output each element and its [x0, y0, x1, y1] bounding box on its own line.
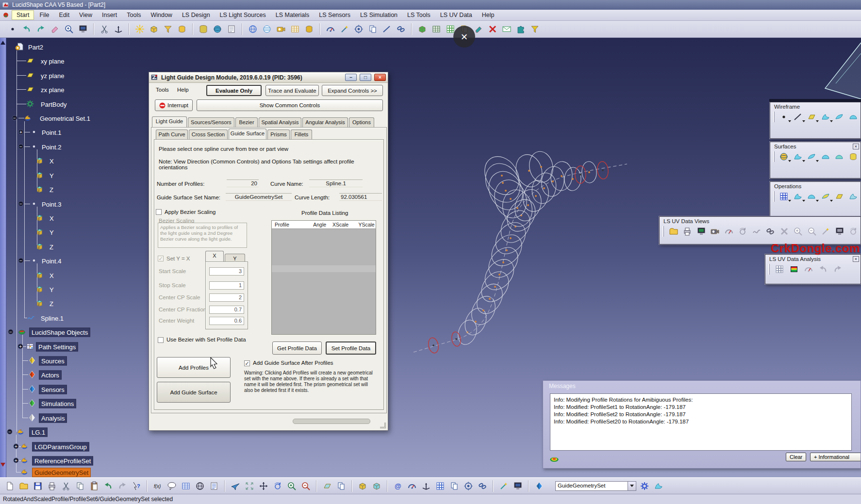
wand-icon[interactable] [339, 23, 350, 35]
menu-ls-tools[interactable]: LS Tools [403, 11, 435, 19]
chevron-down-icon[interactable] [802, 160, 805, 162]
expand-icon[interactable]: + [14, 458, 19, 463]
tree-item-actors[interactable]: Actors [39, 371, 62, 380]
dialog-maximize-button[interactable]: □ [360, 74, 371, 81]
shade-cube-icon[interactable] [357, 480, 368, 492]
candela-view-icon[interactable] [724, 226, 734, 237]
new-document-icon[interactable] [4, 480, 16, 492]
rotate-icon[interactable] [272, 480, 283, 492]
tab-spatial-analysis[interactable]: Spatial Analysis [259, 117, 301, 127]
diamond-tree-icon[interactable] [28, 370, 36, 379]
tab-light-guide[interactable]: Light Guide [152, 116, 187, 127]
toolbar-grip[interactable] [773, 191, 775, 202]
table-icon[interactable] [180, 480, 192, 492]
tab-options[interactable]: Options [349, 117, 374, 127]
pan-icon[interactable] [258, 480, 269, 492]
lucid-tree-icon[interactable] [17, 327, 26, 336]
redo-icon[interactable] [116, 480, 128, 492]
dialog-minimize-button[interactable]: – [345, 74, 357, 81]
swirl-tree-icon[interactable] [20, 442, 29, 451]
swirl-tree-icon[interactable] [20, 468, 29, 476]
tree-item-x[interactable]: X [48, 214, 56, 223]
zoom-in-icon[interactable] [286, 480, 298, 492]
collapse-icon[interactable]: − [18, 201, 24, 207]
swirl-tree-icon[interactable] [20, 456, 29, 465]
start-menu-icon[interactable] [2, 11, 10, 19]
menu-tools[interactable]: Tools [122, 11, 145, 19]
tree-item-point-2[interactable]: Point.2 [40, 143, 63, 151]
menu-insert[interactable]: Insert [98, 11, 121, 19]
clear-button[interactable]: Clear [786, 453, 806, 461]
green-cube-icon[interactable] [416, 23, 428, 35]
red-cross-icon[interactable] [487, 23, 498, 35]
xyz-tree-icon[interactable] [35, 271, 44, 279]
polar-view-icon[interactable] [737, 226, 748, 237]
menu-edit[interactable]: Edit [55, 11, 74, 19]
menu-ls-simulation[interactable]: LS Simulation [356, 11, 402, 19]
menu-view[interactable]: View [75, 11, 97, 19]
grab-xy-icon[interactable] [832, 263, 844, 275]
zoom-out-icon[interactable] [300, 480, 312, 492]
frames-icon[interactable] [367, 23, 379, 35]
print-view-icon[interactable] [682, 226, 693, 237]
dotpt-tree-icon[interactable] [30, 199, 38, 208]
overlay-close-button[interactable]: × [453, 26, 475, 48]
wire-cube-icon[interactable] [371, 480, 382, 492]
interrupt-button[interactable]: Interrupt [155, 99, 193, 111]
tab-path-curve[interactable]: Path Curve [156, 130, 188, 139]
resize-grip[interactable] [380, 423, 386, 428]
chevron-down-icon[interactable] [816, 120, 819, 122]
zoom-window-icon[interactable] [63, 23, 75, 35]
fly-mode-icon[interactable] [230, 480, 241, 492]
plane-icon[interactable] [806, 111, 817, 123]
merge-view-icon[interactable] [765, 226, 776, 237]
toolbar-grip[interactable] [773, 151, 775, 162]
filter-funnel-icon[interactable] [529, 23, 541, 35]
geometry-set-combobox[interactable]: GuideGeometrySet [555, 481, 636, 491]
tree-item-yz-plane[interactable]: yz plane [39, 72, 66, 80]
knowledge-icon[interactable] [533, 480, 545, 492]
set-profile-data-button[interactable]: Set Profile Data [326, 341, 376, 355]
surface-icon[interactable] [653, 480, 664, 492]
extrude-surface-icon[interactable] [820, 111, 831, 123]
tree-item-simulations[interactable]: Simulations [39, 399, 76, 408]
swirl-tree-icon[interactable] [24, 114, 33, 122]
tree-item-sources[interactable]: Sources [39, 357, 67, 366]
scale-input-0[interactable]: 3 [209, 267, 244, 276]
links-icon[interactable] [208, 480, 220, 492]
point-icon[interactable] [778, 111, 790, 123]
dotpt-tree-icon[interactable] [30, 256, 38, 265]
xyz-tree-icon[interactable] [35, 285, 44, 293]
tree-item-x[interactable]: X [48, 272, 56, 280]
list-header-angle[interactable]: Angle [310, 222, 330, 228]
copy-icon[interactable] [74, 480, 86, 492]
toolbar-grip[interactable] [773, 112, 775, 122]
gear-icon[interactable] [639, 480, 650, 492]
material-sphere-icon[interactable] [212, 23, 223, 35]
ruler-icon[interactable] [381, 23, 393, 35]
toolbar-grip[interactable] [662, 226, 664, 237]
profile-data-list[interactable]: ProfileAngleXScaleYScale [271, 220, 376, 335]
redo-icon[interactable] [35, 23, 47, 35]
toolbar-grip[interactable] [768, 264, 770, 275]
zoom-data-icon[interactable] [793, 226, 803, 237]
set-name-field[interactable]: GuideGeometrySet [226, 193, 292, 201]
geometry-set-value[interactable]: GuideGeometrySet [555, 481, 628, 491]
trim-icon[interactable] [834, 191, 845, 202]
scale-input-4[interactable]: 0.6 [209, 317, 244, 325]
dotpt-tree-icon[interactable] [30, 142, 38, 151]
collapse-icon[interactable]: − [18, 144, 24, 149]
tree-item-y[interactable]: Y [48, 286, 56, 294]
menu-ls-materials[interactable]: LS Materials [271, 11, 314, 19]
tab-fillets[interactable]: Fillets [291, 130, 312, 139]
dialog-menu-tools[interactable]: Tools [156, 87, 169, 93]
puzzle-icon[interactable] [515, 23, 527, 35]
swirl-tree-icon[interactable] [17, 427, 25, 436]
world-icon[interactable]: @ [392, 480, 404, 492]
diamond-tree-icon[interactable] [28, 385, 36, 393]
tree-item-spline-1[interactable]: Spline.1 [39, 314, 66, 323]
snap-target-icon[interactable] [463, 480, 474, 492]
tree-item-part2[interactable]: Part2 [26, 43, 45, 51]
dome-surface-icon[interactable] [820, 151, 831, 163]
scale-input-3[interactable]: 0.7 [209, 306, 244, 314]
